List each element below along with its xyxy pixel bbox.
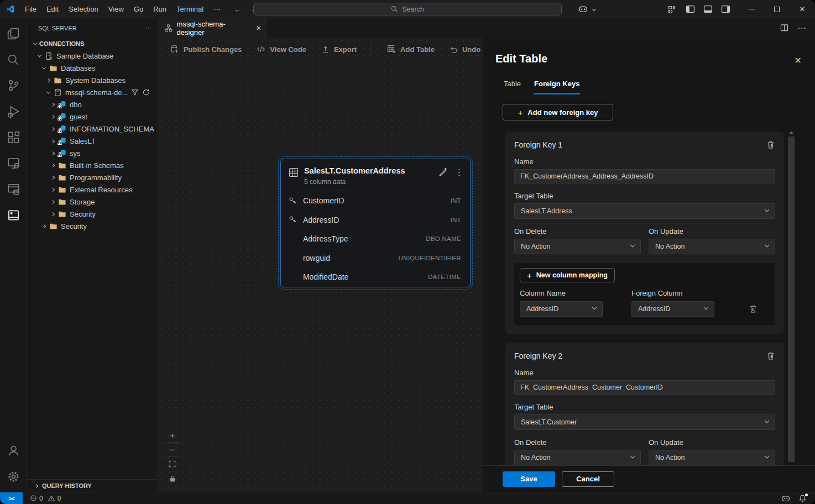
schema-designer-canvas[interactable]: Publish ChangesView CodeExportAdd TableU… <box>158 38 483 492</box>
maximize-button[interactable] <box>764 0 790 18</box>
tree-item-information-schema[interactable]: INFORMATION_SCHEMA <box>27 123 158 135</box>
column-row-addressid[interactable]: AddressID INT <box>281 211 470 230</box>
activity-database-projects-icon[interactable] <box>0 176 27 202</box>
customize-layout-icon[interactable] <box>665 3 680 16</box>
edit-pencil-icon[interactable] <box>438 167 447 176</box>
menu-selection[interactable]: Selection <box>64 3 103 15</box>
foreign-column-dropdown[interactable]: AddressID <box>631 301 714 317</box>
add-foreign-key-button[interactable]: + Add new foreign key <box>503 104 613 120</box>
minimize-button[interactable] <box>739 0 764 18</box>
scrollbar-thumb[interactable] <box>788 136 795 462</box>
activity-explorer-icon[interactable] <box>0 20 27 46</box>
remote-indicator[interactable]: >< <box>0 492 23 504</box>
primary-key-icon <box>289 197 303 205</box>
folder-icon <box>53 76 62 85</box>
notifications-bell[interactable] <box>798 494 807 502</box>
activity-settings-icon[interactable] <box>0 464 27 490</box>
fk-name-input[interactable]: FK_CustomerAddress_Address_AddressID <box>514 169 775 183</box>
table-card-customeraddress[interactable]: SalesLT.CustomerAddress 5 column data ⋮ … <box>280 159 471 287</box>
menu-file[interactable]: File <box>20 3 41 15</box>
toolbar-add-table-button[interactable]: Add Table <box>387 45 435 54</box>
activity-extensions-icon[interactable] <box>0 124 27 150</box>
new-column-mapping-button[interactable]: + New column mapping <box>520 268 615 282</box>
column-name-dropdown[interactable]: AddressID <box>520 301 603 317</box>
tree-item-built-in-schemas[interactable]: Built-in Schemas <box>27 159 158 171</box>
column-row-rowguid[interactable]: rowguid UNIQUEIDENTIFIER <box>281 249 470 268</box>
column-row-modifieddate[interactable]: ModifiedDate DATETIME <box>281 267 470 287</box>
toggle-sidebar-right-icon[interactable] <box>718 3 733 16</box>
tree-item-guest[interactable]: guest <box>27 111 158 123</box>
activity-search-icon[interactable] <box>0 46 27 72</box>
toolbar-publish-changes-button[interactable]: Publish Changes <box>170 45 242 54</box>
command-search-box[interactable]: Search <box>253 3 562 15</box>
chevron-right-icon <box>32 485 40 487</box>
close-window-button[interactable]: ✕ <box>790 0 815 18</box>
tree-item-databases[interactable]: Databases <box>27 62 158 74</box>
zoom-in-button[interactable]: + <box>165 428 180 442</box>
panel-scrollbar[interactable] <box>788 130 795 464</box>
target-table-dropdown[interactable]: SalesLT.Customer <box>514 414 775 430</box>
tree-item-security[interactable]: Security <box>27 208 158 220</box>
column-row-customerid[interactable]: CustomerID INT <box>281 191 470 211</box>
tree-item-saleslt[interactable]: SalesLT <box>27 135 158 147</box>
tree-item-programmability[interactable]: Programmability <box>27 171 158 183</box>
menu-edit[interactable]: Edit <box>41 3 64 15</box>
copilot-status-icon[interactable] <box>781 494 790 503</box>
lock-button[interactable] <box>165 471 180 485</box>
panel-close-icon[interactable]: ✕ <box>795 55 802 66</box>
toolbar-view-code-button[interactable]: View Code <box>257 45 306 54</box>
tree-item-storage[interactable]: Storage <box>27 196 158 208</box>
activity-remote-explorer-icon[interactable] <box>0 150 27 176</box>
fit-view-button[interactable] <box>165 457 180 471</box>
query-history-section[interactable]: QUERY HISTORY <box>27 479 158 492</box>
zoom-out-button[interactable]: − <box>165 443 180 456</box>
tab-foreign-keys[interactable]: Foreign Keys <box>534 76 580 95</box>
tree-item-dbo[interactable]: dbo <box>27 98 158 111</box>
fk-name-input[interactable]: FK_CustomerAddress_Customer_CustomerID <box>514 380 775 395</box>
refresh-icon[interactable] <box>142 88 150 96</box>
toolbar-undo-button[interactable]: Undo <box>450 45 480 54</box>
menu-overflow-button[interactable]: ⋯ <box>208 5 226 13</box>
menu-go[interactable]: Go <box>129 3 148 15</box>
tree-item-sample-database[interactable]: Sample Database <box>27 50 158 62</box>
kebab-menu-icon[interactable]: ⋮ <box>455 167 463 177</box>
tab-table[interactable]: Table <box>503 76 521 95</box>
target-table-dropdown[interactable]: SalesLT.Address <box>514 203 775 219</box>
activity-sql-server-icon[interactable] <box>0 202 27 228</box>
editor-more-actions-icon[interactable]: ⋯ <box>797 23 806 33</box>
problems-indicator[interactable]: 0 0 <box>28 495 61 502</box>
activity-source-control-icon[interactable] <box>0 72 27 98</box>
toolbar-export-button[interactable]: Export <box>321 45 357 54</box>
toggle-panel-icon[interactable] <box>700 3 715 16</box>
copilot-menu[interactable] <box>573 4 604 14</box>
tab-mssql-schema-designer[interactable]: mssql-schema-designer ✕ <box>158 18 267 38</box>
tree-item-connections[interactable]: CONNECTIONS <box>27 38 158 50</box>
on-delete-dropdown[interactable]: No Action <box>514 239 641 254</box>
save-button[interactable]: Save <box>503 471 555 487</box>
tree-item-sys[interactable]: sys <box>27 147 158 159</box>
on-update-dropdown[interactable]: No Action <box>649 239 775 254</box>
activity-account-icon[interactable] <box>0 438 27 464</box>
delete-foreign-key-icon[interactable] <box>766 140 775 149</box>
column-row-addresstype[interactable]: AddressType DBO.NAME <box>281 229 470 249</box>
menu-view[interactable]: View <box>103 3 129 15</box>
toolbar-button-label: Export <box>334 45 357 54</box>
tree-item-security[interactable]: Security <box>27 220 158 232</box>
sidebar-more-actions-icon[interactable]: ⋯ <box>145 24 152 32</box>
split-editor-icon[interactable] <box>780 24 788 32</box>
filter-icon[interactable] <box>131 88 139 96</box>
on-update-dropdown[interactable]: No Action <box>649 450 775 465</box>
tree-item-mssql-schema-de-[interactable]: mssql-schema-de... <box>27 86 158 98</box>
tree-item-system-databases[interactable]: System Databases <box>27 74 158 86</box>
tree-item-external-resources[interactable]: External Resources <box>27 183 158 196</box>
cancel-button[interactable]: Cancel <box>562 471 614 487</box>
delete-foreign-key-icon[interactable] <box>766 351 775 360</box>
nav-back-icon[interactable]: ← <box>234 4 242 14</box>
menu-terminal[interactable]: Terminal <box>171 3 208 15</box>
menu-run[interactable]: Run <box>148 3 171 15</box>
toggle-sidebar-left-icon[interactable] <box>682 3 698 16</box>
delete-mapping-icon[interactable] <box>749 305 757 313</box>
on-delete-dropdown[interactable]: No Action <box>514 450 641 465</box>
tab-close-icon[interactable]: ✕ <box>256 24 262 32</box>
activity-run-debug-icon[interactable] <box>0 98 27 124</box>
